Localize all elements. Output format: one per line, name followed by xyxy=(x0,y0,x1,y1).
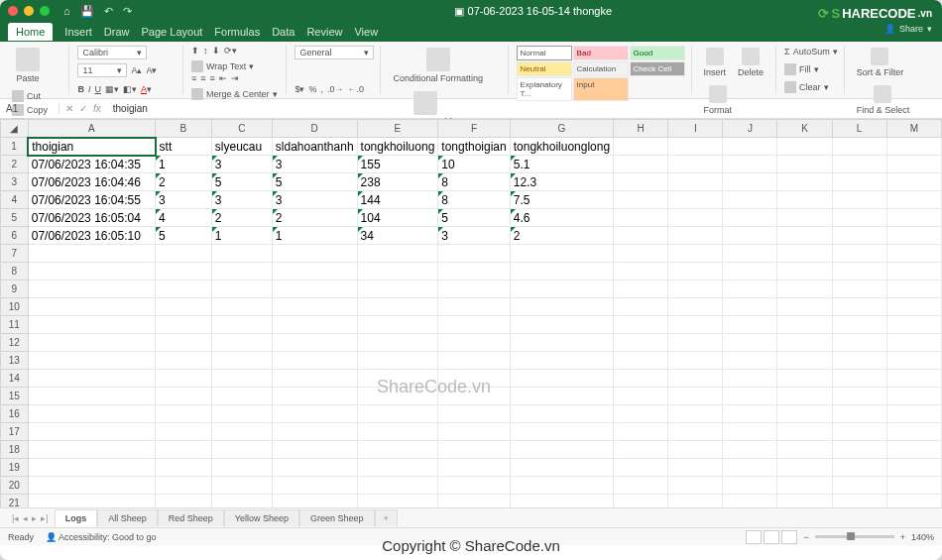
cell-H11[interactable] xyxy=(614,316,668,334)
cell-B11[interactable] xyxy=(156,316,212,334)
autosum-button[interactable]: ΣAutoSum▾ xyxy=(784,46,838,57)
cell-A7[interactable] xyxy=(28,245,155,263)
cell-K4[interactable] xyxy=(777,191,832,209)
cell-C4[interactable]: 3 xyxy=(211,191,272,209)
tab-review[interactable]: Review xyxy=(306,26,342,38)
cell-E3[interactable]: 238 xyxy=(357,173,438,191)
cell-M3[interactable] xyxy=(886,173,941,191)
cell-L3[interactable] xyxy=(832,173,886,191)
row-header-17[interactable]: 17 xyxy=(1,423,29,441)
cell-M2[interactable] xyxy=(886,156,941,173)
col-header-K[interactable]: K xyxy=(777,120,832,138)
cell-A2[interactable]: 07/06/2023 16:04:35 xyxy=(28,156,155,173)
row-header-2[interactable]: 2 xyxy=(1,156,29,173)
cell-C11[interactable] xyxy=(211,316,272,334)
cell-J6[interactable] xyxy=(723,227,777,245)
cell-M6[interactable] xyxy=(886,227,941,245)
cell-K10[interactable] xyxy=(777,298,832,316)
cell-D19[interactable] xyxy=(272,459,357,477)
cell-D8[interactable] xyxy=(272,263,357,280)
cell-D15[interactable] xyxy=(272,388,357,405)
cell-J3[interactable] xyxy=(723,173,777,191)
align-left-icon[interactable]: ≡ xyxy=(191,73,196,83)
row-header-19[interactable]: 19 xyxy=(1,459,29,477)
cell-F8[interactable] xyxy=(438,263,510,280)
cell-E10[interactable] xyxy=(357,298,438,316)
cell-G12[interactable] xyxy=(510,334,613,352)
cell-I19[interactable] xyxy=(668,459,723,477)
cell-C8[interactable] xyxy=(211,263,272,280)
cell-A1[interactable]: thoigian xyxy=(28,138,155,156)
cell-G1[interactable]: tongkhoiluonglong xyxy=(510,138,613,156)
cell-F4[interactable]: 8 xyxy=(438,191,510,209)
cell-D6[interactable]: 1 xyxy=(272,227,357,245)
cell-C1[interactable]: slyeucau xyxy=(211,138,272,156)
font-grow-icon[interactable]: A▴ xyxy=(131,65,142,75)
cell-K14[interactable] xyxy=(777,370,832,388)
cell-M4[interactable] xyxy=(886,191,941,209)
cell-E9[interactable] xyxy=(357,280,438,298)
cell-H21[interactable] xyxy=(614,495,668,508)
cell-B19[interactable] xyxy=(156,459,212,477)
cell-C15[interactable] xyxy=(211,388,272,405)
row-header-1[interactable]: 1 xyxy=(1,138,29,156)
cell-L14[interactable] xyxy=(832,370,886,388)
cell-A8[interactable] xyxy=(28,263,155,280)
cell-J5[interactable] xyxy=(723,209,777,227)
row-header-12[interactable]: 12 xyxy=(1,334,29,352)
cell-A17[interactable] xyxy=(28,423,155,441)
cell-E6[interactable]: 34 xyxy=(357,227,438,245)
cell-G21[interactable] xyxy=(510,495,613,508)
cell-A12[interactable] xyxy=(28,334,155,352)
cell-F5[interactable]: 5 xyxy=(438,209,510,227)
cell-G18[interactable] xyxy=(510,441,613,459)
cell-K2[interactable] xyxy=(777,156,832,173)
cell-M18[interactable] xyxy=(886,441,941,459)
cell-B13[interactable] xyxy=(156,352,212,370)
cell-F9[interactable] xyxy=(438,280,510,298)
border-button[interactable]: ▦▾ xyxy=(105,84,119,94)
cell-G7[interactable] xyxy=(510,245,613,263)
add-sheet-button[interactable]: + xyxy=(375,509,398,526)
cell-F14[interactable] xyxy=(438,370,510,388)
cell-L2[interactable] xyxy=(832,156,886,173)
cell-J20[interactable] xyxy=(723,477,777,495)
indent-dec-icon[interactable]: ⇤ xyxy=(219,73,227,83)
cell-B6[interactable]: 5 xyxy=(156,227,212,245)
row-header-21[interactable]: 21 xyxy=(1,495,29,508)
row-header-11[interactable]: 11 xyxy=(1,316,29,334)
font-select[interactable]: Calibri▾ xyxy=(77,46,147,59)
cell-I10[interactable] xyxy=(668,298,723,316)
align-top-icon[interactable]: ⬆ xyxy=(191,46,199,56)
col-header-F[interactable]: F xyxy=(438,120,510,138)
cell-J17[interactable] xyxy=(723,423,777,441)
cell-G4[interactable]: 7.5 xyxy=(510,191,613,209)
cell-C2[interactable]: 3 xyxy=(211,156,272,173)
row-header-14[interactable]: 14 xyxy=(1,370,29,388)
cell-G17[interactable] xyxy=(510,423,613,441)
cell-I1[interactable] xyxy=(668,138,723,156)
cell-J11[interactable] xyxy=(723,316,777,334)
col-header-D[interactable]: D xyxy=(272,120,357,138)
cell-M17[interactable] xyxy=(886,423,941,441)
style-good[interactable]: Good xyxy=(630,46,685,60)
cell-J13[interactable] xyxy=(723,352,777,370)
cell-H16[interactable] xyxy=(614,405,668,423)
cell-K7[interactable] xyxy=(777,245,832,263)
cell-M14[interactable] xyxy=(886,370,941,388)
cell-D2[interactable]: 3 xyxy=(272,156,357,173)
cell-L13[interactable] xyxy=(832,352,886,370)
cell-M5[interactable] xyxy=(886,209,941,227)
row-header-20[interactable]: 20 xyxy=(1,477,29,495)
cell-D10[interactable] xyxy=(272,298,357,316)
style-bad[interactable]: Bad xyxy=(573,46,629,60)
cell-M16[interactable] xyxy=(886,405,941,423)
cell-E20[interactable] xyxy=(357,477,438,495)
col-header-J[interactable]: J xyxy=(723,120,777,138)
cell-A19[interactable] xyxy=(28,459,155,477)
cell-C3[interactable]: 5 xyxy=(211,173,272,191)
cell-E2[interactable]: 155 xyxy=(357,156,438,173)
cell-B12[interactable] xyxy=(156,334,212,352)
cell-L7[interactable] xyxy=(832,245,886,263)
cell-L17[interactable] xyxy=(832,423,886,441)
